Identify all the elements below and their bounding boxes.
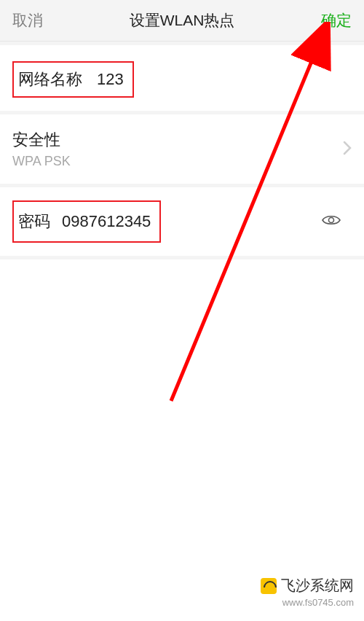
security-section: 安全性 WPA PSK (0, 111, 364, 184)
network-name-section: 网络名称 123 (0, 42, 364, 111)
password-highlight: 密码 0987612345 (12, 200, 161, 243)
page-title: 设置WLAN热点 (130, 10, 235, 31)
password-label: 密码 (18, 211, 50, 233)
security-text-group: 安全性 WPA PSK (12, 129, 71, 169)
confirm-button[interactable]: 确定 (321, 10, 352, 31)
security-value: WPA PSK (12, 154, 71, 169)
watermark-title: 飞沙系统网 (281, 576, 354, 595)
watermark: 飞沙系统网 www.fs0745.com (261, 576, 354, 608)
network-name-input[interactable]: 123 (97, 70, 124, 89)
header-bar: 取消 设置WLAN热点 确定 (0, 0, 364, 42)
network-name-label: 网络名称 (18, 69, 82, 90)
password-section: 密码 0987612345 (0, 184, 364, 259)
svg-point-0 (329, 218, 334, 223)
watermark-url: www.fs0745.com (261, 597, 354, 608)
network-name-highlight: 网络名称 123 (12, 61, 134, 98)
watermark-logo-icon (261, 578, 277, 594)
chevron-right-icon (343, 141, 352, 158)
security-row[interactable]: 安全性 WPA PSK (0, 111, 364, 184)
cancel-button[interactable]: 取消 (12, 10, 43, 31)
password-input[interactable]: 0987612345 (62, 212, 151, 231)
password-row[interactable]: 密码 0987612345 (0, 184, 364, 259)
security-label: 安全性 (12, 129, 71, 151)
eye-icon[interactable] (321, 214, 341, 230)
network-name-row[interactable]: 网络名称 123 (0, 42, 364, 111)
